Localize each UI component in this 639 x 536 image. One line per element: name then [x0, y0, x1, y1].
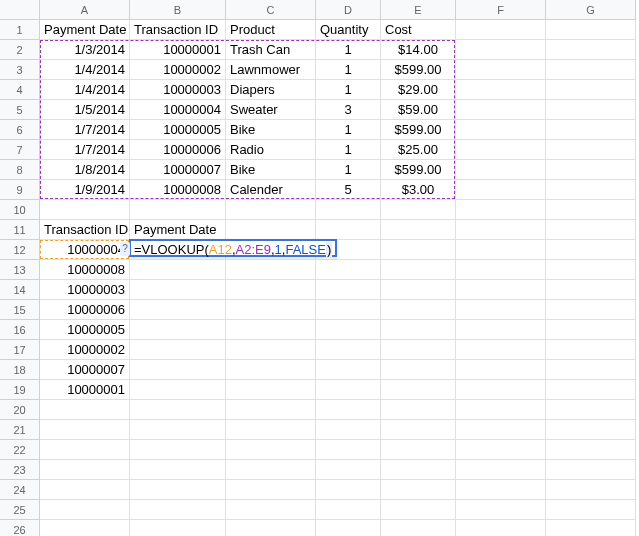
cell-B6[interactable]: 10000005: [130, 120, 226, 140]
row-header-9[interactable]: 9: [0, 180, 40, 200]
cell-D13[interactable]: [316, 260, 381, 280]
row-header-10[interactable]: 10: [0, 200, 40, 220]
cell-B1[interactable]: Transaction ID: [130, 20, 226, 40]
cell-A9[interactable]: 1/9/2014: [40, 180, 130, 200]
row-header-26[interactable]: 26: [0, 520, 40, 536]
cell-A11[interactable]: Transaction ID: [40, 220, 130, 240]
cell-F1[interactable]: [456, 20, 546, 40]
cell-A8[interactable]: 1/8/2014: [40, 160, 130, 180]
cell-D5[interactable]: 3: [316, 100, 381, 120]
cell-C3[interactable]: Lawnmower: [226, 60, 316, 80]
cell-G14[interactable]: [546, 280, 636, 300]
cell-G3[interactable]: [546, 60, 636, 80]
cell-F4[interactable]: [456, 80, 546, 100]
cell-A6[interactable]: 1/7/2014: [40, 120, 130, 140]
col-header-A[interactable]: A: [40, 0, 130, 20]
row-header-3[interactable]: 3: [0, 60, 40, 80]
col-header-C[interactable]: C: [226, 0, 316, 20]
cell-F11[interactable]: [456, 220, 546, 240]
cell-A15[interactable]: 10000006: [40, 300, 130, 320]
cell-D26[interactable]: [316, 520, 381, 536]
cell-D17[interactable]: [316, 340, 381, 360]
cell-A12[interactable]: 10000004: [40, 240, 130, 260]
cell-B10[interactable]: [130, 200, 226, 220]
cell-B20[interactable]: [130, 400, 226, 420]
cell-F18[interactable]: [456, 360, 546, 380]
cell-B8[interactable]: 10000007: [130, 160, 226, 180]
formula-editor[interactable]: ?=VLOOKUP(A12,A2:E9,1,FALSE): [129, 239, 337, 257]
cell-A17[interactable]: 10000002: [40, 340, 130, 360]
cell-F12[interactable]: [456, 240, 546, 260]
cell-F21[interactable]: [456, 420, 546, 440]
cell-D8[interactable]: 1: [316, 160, 381, 180]
cell-C4[interactable]: Diapers: [226, 80, 316, 100]
cell-G22[interactable]: [546, 440, 636, 460]
cell-B2[interactable]: 10000001: [130, 40, 226, 60]
cell-F5[interactable]: [456, 100, 546, 120]
cell-F20[interactable]: [456, 400, 546, 420]
cell-G21[interactable]: [546, 420, 636, 440]
cell-A23[interactable]: [40, 460, 130, 480]
cell-G26[interactable]: [546, 520, 636, 536]
cell-E26[interactable]: [381, 520, 456, 536]
cell-G10[interactable]: [546, 200, 636, 220]
cell-E10[interactable]: [381, 200, 456, 220]
cell-F15[interactable]: [456, 300, 546, 320]
cell-E15[interactable]: [381, 300, 456, 320]
row-header-22[interactable]: 22: [0, 440, 40, 460]
cell-B7[interactable]: 10000006: [130, 140, 226, 160]
row-header-16[interactable]: 16: [0, 320, 40, 340]
cell-G18[interactable]: [546, 360, 636, 380]
cell-E24[interactable]: [381, 480, 456, 500]
cell-C19[interactable]: [226, 380, 316, 400]
cell-D1[interactable]: Quantity: [316, 20, 381, 40]
cell-D15[interactable]: [316, 300, 381, 320]
cell-G19[interactable]: [546, 380, 636, 400]
cell-G11[interactable]: [546, 220, 636, 240]
cell-A22[interactable]: [40, 440, 130, 460]
col-header-F[interactable]: F: [456, 0, 546, 20]
cell-F26[interactable]: [456, 520, 546, 536]
cell-D14[interactable]: [316, 280, 381, 300]
select-all-corner[interactable]: [0, 0, 40, 20]
cell-B26[interactable]: [130, 520, 226, 536]
col-header-E[interactable]: E: [381, 0, 456, 20]
row-header-25[interactable]: 25: [0, 500, 40, 520]
cell-F6[interactable]: [456, 120, 546, 140]
formula-hint-icon[interactable]: ?: [120, 242, 130, 256]
cell-E6[interactable]: $599.00: [381, 120, 456, 140]
cell-E3[interactable]: $599.00: [381, 60, 456, 80]
row-header-24[interactable]: 24: [0, 480, 40, 500]
cell-G17[interactable]: [546, 340, 636, 360]
cell-E16[interactable]: [381, 320, 456, 340]
cell-C25[interactable]: [226, 500, 316, 520]
cell-G2[interactable]: [546, 40, 636, 60]
row-header-2[interactable]: 2: [0, 40, 40, 60]
cell-F19[interactable]: [456, 380, 546, 400]
cell-A20[interactable]: [40, 400, 130, 420]
cell-B19[interactable]: [130, 380, 226, 400]
cell-F14[interactable]: [456, 280, 546, 300]
cell-G4[interactable]: [546, 80, 636, 100]
cell-B9[interactable]: 10000008: [130, 180, 226, 200]
cell-D11[interactable]: [316, 220, 381, 240]
cell-D6[interactable]: 1: [316, 120, 381, 140]
cell-C6[interactable]: Bike: [226, 120, 316, 140]
cell-B17[interactable]: [130, 340, 226, 360]
cell-B15[interactable]: [130, 300, 226, 320]
cell-E2[interactable]: $14.00: [381, 40, 456, 60]
cell-G16[interactable]: [546, 320, 636, 340]
cell-F7[interactable]: [456, 140, 546, 160]
cell-D23[interactable]: [316, 460, 381, 480]
cell-G13[interactable]: [546, 260, 636, 280]
cell-G24[interactable]: [546, 480, 636, 500]
cell-G25[interactable]: [546, 500, 636, 520]
cell-C18[interactable]: [226, 360, 316, 380]
row-header-20[interactable]: 20: [0, 400, 40, 420]
cell-C10[interactable]: [226, 200, 316, 220]
cell-F10[interactable]: [456, 200, 546, 220]
cell-E5[interactable]: $59.00: [381, 100, 456, 120]
cell-D10[interactable]: [316, 200, 381, 220]
cell-C26[interactable]: [226, 520, 316, 536]
cell-C16[interactable]: [226, 320, 316, 340]
